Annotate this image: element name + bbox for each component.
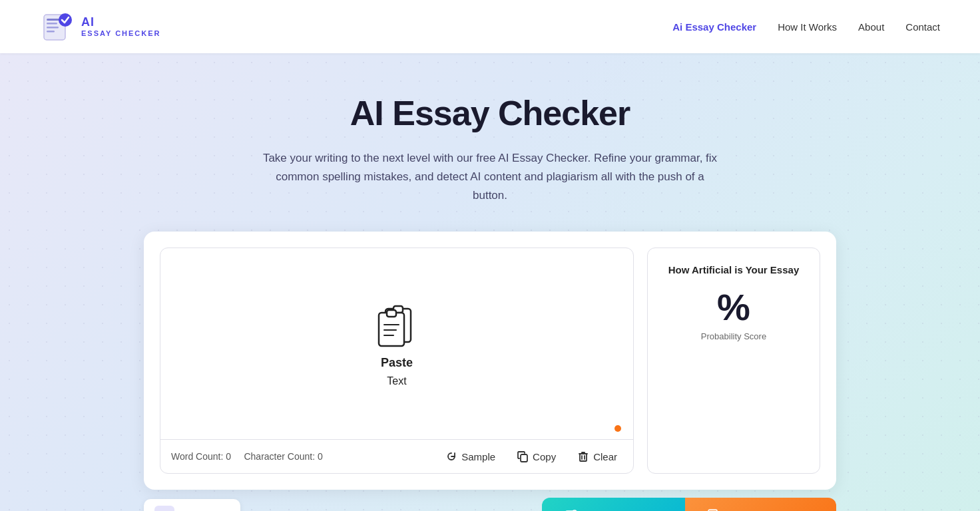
detect-icon: [563, 508, 578, 511]
logo-sub-text: ESSAY CHECKER: [81, 29, 161, 37]
logo[interactable]: AI ESSAY CHECKER: [40, 9, 161, 44]
score-title: How Artificial is Your Essay: [668, 264, 799, 275]
svg-rect-9: [387, 310, 396, 317]
main-card: Paste Text Word Count: 0 Character Count…: [144, 232, 836, 490]
text-input-panel: Paste Text Word Count: 0 Character Count…: [160, 248, 634, 474]
svg-rect-4: [47, 31, 55, 33]
nav-links: Ai Essay Checker How It Works About Cont…: [672, 21, 940, 33]
plagiarism-icon: [706, 508, 721, 511]
check-plagiarism-button[interactable]: check Plagiarism: [685, 498, 836, 511]
svg-rect-2: [47, 23, 57, 25]
trash-icon: [577, 450, 589, 462]
logo-icon: [40, 9, 75, 44]
sample-button[interactable]: Sample: [440, 448, 501, 465]
auto-badge-icon: A: [154, 506, 174, 511]
word-char-count: Word Count: 0 Character Count: 0: [171, 451, 323, 462]
cta-buttons: Detect AI Essay check Plagiarism: [542, 498, 836, 511]
text-panel-footer: Word Count: 0 Character Count: 0 Sample: [160, 439, 633, 473]
nav-how-it-works[interactable]: How It Works: [778, 21, 837, 33]
score-label: Probability Score: [701, 331, 766, 341]
copy-icon: [517, 450, 529, 462]
svg-rect-14: [580, 454, 587, 461]
logo-text: AI ESSAY CHECKER: [81, 16, 161, 37]
navbar: AI ESSAY CHECKER Ai Essay Checker How It…: [0, 0, 980, 53]
bottom-bar: A AUTO: ON: [144, 490, 836, 511]
paste-label: Paste: [381, 356, 413, 370]
copy-button[interactable]: Copy: [511, 448, 561, 465]
hero-title: AI Essay Checker: [40, 93, 940, 133]
logo-ai-text: AI: [81, 16, 161, 29]
detect-ai-button[interactable]: Detect AI Essay: [542, 498, 685, 511]
nav-contact[interactable]: Contact: [905, 21, 940, 33]
auto-badge: A AUTO: ON: [144, 499, 240, 511]
sample-icon: [445, 450, 457, 462]
score-percent: %: [717, 289, 750, 326]
nav-about[interactable]: About: [858, 21, 884, 33]
hero-subtitle: Take your writing to the next level with…: [257, 149, 723, 205]
paste-icon-wrap: Paste Text: [373, 301, 420, 387]
action-buttons: Sample Copy: [440, 448, 622, 465]
svg-rect-1: [47, 19, 60, 21]
score-panel: How Artificial is Your Essay % Probabili…: [647, 248, 820, 474]
paste-clipboard-icon: [373, 301, 420, 351]
hero-content: AI Essay Checker Take your writing to th…: [40, 93, 940, 511]
svg-rect-3: [47, 27, 59, 29]
paste-sub-label: Text: [387, 375, 406, 387]
char-count-text: Character Count: 0: [244, 451, 322, 462]
nav-ai-essay-checker[interactable]: Ai Essay Checker: [672, 21, 756, 33]
word-count-text: Word Count: 0: [171, 451, 231, 462]
svg-point-5: [59, 13, 72, 27]
svg-rect-13: [521, 454, 527, 462]
text-area[interactable]: Paste Text: [160, 248, 633, 439]
clear-button[interactable]: Clear: [572, 448, 622, 465]
hero-section: AI Essay Checker Take your writing to th…: [0, 53, 980, 511]
